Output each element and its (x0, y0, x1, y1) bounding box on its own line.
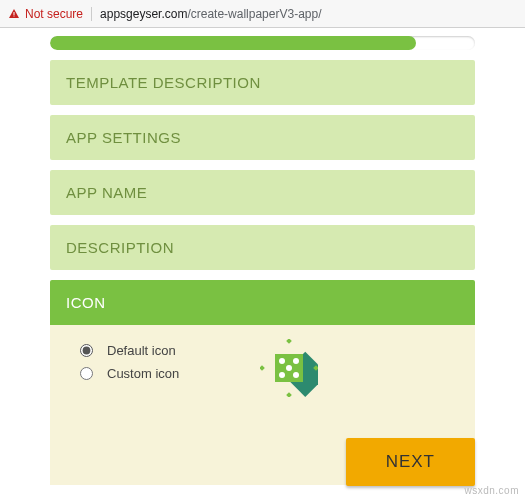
svg-rect-1 (14, 15, 15, 16)
page-content: TEMPLATE DESCRIPTION APP SETTINGS APP NA… (0, 28, 525, 485)
panel-label: APP SETTINGS (66, 129, 181, 146)
svg-point-7 (279, 372, 285, 378)
radio-label: Custom icon (107, 366, 179, 381)
default-icon-preview (260, 339, 318, 397)
svg-rect-10 (286, 392, 292, 397)
panel-label: ICON (66, 294, 106, 311)
svg-rect-0 (14, 12, 15, 15)
svg-point-5 (293, 358, 299, 364)
panel-description[interactable]: DESCRIPTION (50, 225, 475, 270)
security-label: Not secure (25, 7, 83, 21)
svg-rect-9 (286, 339, 292, 344)
app-icon (260, 339, 318, 397)
svg-point-6 (286, 365, 292, 371)
next-button[interactable]: NEXT (346, 438, 475, 486)
panel-template-description[interactable]: TEMPLATE DESCRIPTION (50, 60, 475, 105)
radio-input-custom[interactable] (80, 367, 93, 380)
progress-bar (50, 36, 475, 50)
warning-icon (8, 8, 20, 20)
panel-label: APP NAME (66, 184, 147, 201)
next-button-label: NEXT (386, 452, 435, 471)
panel-label: TEMPLATE DESCRIPTION (66, 74, 261, 91)
panel-icon-header[interactable]: ICON (50, 280, 475, 325)
svg-point-4 (279, 358, 285, 364)
panel-app-settings[interactable]: APP SETTINGS (50, 115, 475, 160)
security-indicator[interactable]: Not secure (8, 7, 92, 21)
url-domain: appsgeyser.com (100, 7, 187, 21)
radio-input-default[interactable] (80, 344, 93, 357)
url-text[interactable]: appsgeyser.com/create-wallpaperV3-app/ (92, 7, 321, 21)
svg-point-8 (293, 372, 299, 378)
url-path: /create-wallpaperV3-app/ (187, 7, 321, 21)
svg-rect-11 (260, 365, 265, 371)
panel-label: DESCRIPTION (66, 239, 174, 256)
watermark: wsxdn.com (464, 485, 519, 496)
progress-fill (50, 36, 416, 50)
radio-label: Default icon (107, 343, 176, 358)
address-bar[interactable]: Not secure appsgeyser.com/create-wallpap… (0, 0, 525, 28)
panel-app-name[interactable]: APP NAME (50, 170, 475, 215)
